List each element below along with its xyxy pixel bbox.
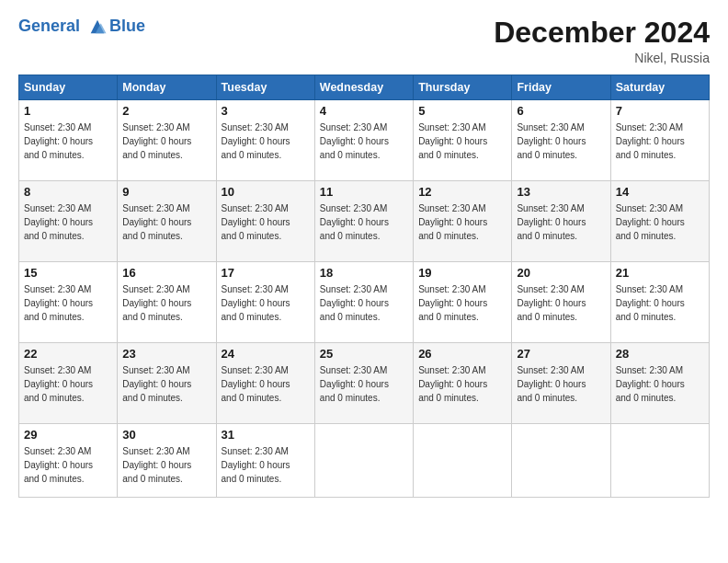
day-number: 6 [517, 104, 605, 118]
day-number: 22 [24, 347, 112, 361]
day-info: Sunset: 2:30 AMDaylight: 0 hoursand 0 mi… [222, 444, 310, 486]
calendar-cell: 20Sunset: 2:30 AMDaylight: 0 hoursand 0 … [512, 262, 610, 343]
day-number: 12 [418, 185, 506, 199]
day-number: 13 [517, 185, 605, 199]
day-number: 3 [222, 104, 310, 118]
calendar-table: Sunday Monday Tuesday Wednesday Thursday… [18, 75, 710, 498]
day-info: Sunset: 2:30 AMDaylight: 0 hoursand 0 mi… [24, 282, 112, 324]
day-number: 29 [24, 428, 112, 442]
calendar-cell: 9Sunset: 2:30 AMDaylight: 0 hoursand 0 m… [118, 181, 216, 262]
calendar-cell: 1Sunset: 2:30 AMDaylight: 0 hoursand 0 m… [19, 100, 118, 181]
month-title: December 2024 [494, 17, 710, 49]
day-number: 5 [418, 104, 506, 118]
calendar-cell: 23Sunset: 2:30 AMDaylight: 0 hoursand 0 … [118, 343, 216, 424]
calendar-cell: 15Sunset: 2:30 AMDaylight: 0 hoursand 0 … [19, 262, 118, 343]
day-info: Sunset: 2:30 AMDaylight: 0 hoursand 0 mi… [222, 121, 310, 162]
calendar-cell: 29Sunset: 2:30 AMDaylight: 0 hoursand 0 … [19, 424, 118, 498]
calendar-cell [414, 424, 512, 498]
day-number: 19 [418, 266, 506, 280]
day-number: 25 [320, 347, 408, 361]
calendar-cell: 24Sunset: 2:30 AMDaylight: 0 hoursand 0 … [216, 343, 314, 424]
day-number: 15 [24, 266, 112, 280]
logo-blue: Blue [109, 17, 145, 36]
calendar-cell: 11Sunset: 2:30 AMDaylight: 0 hoursand 0 … [314, 181, 413, 262]
day-number: 17 [222, 266, 310, 280]
day-info: Sunset: 2:30 AMDaylight: 0 hoursand 0 mi… [616, 282, 704, 324]
day-number: 28 [616, 347, 704, 361]
calendar-cell: 14Sunset: 2:30 AMDaylight: 0 hoursand 0 … [610, 181, 709, 262]
calendar-cell: 18Sunset: 2:30 AMDaylight: 0 hoursand 0 … [314, 262, 413, 343]
day-number: 8 [24, 185, 112, 199]
day-number: 30 [122, 428, 210, 442]
day-info: Sunset: 2:30 AMDaylight: 0 hoursand 0 mi… [320, 201, 408, 243]
day-info: Sunset: 2:30 AMDaylight: 0 hoursand 0 mi… [122, 201, 210, 243]
day-info: Sunset: 2:30 AMDaylight: 0 hoursand 0 mi… [24, 121, 112, 162]
calendar-cell [314, 424, 413, 498]
calendar-cell: 26Sunset: 2:30 AMDaylight: 0 hoursand 0 … [414, 343, 512, 424]
col-friday: Friday [512, 75, 610, 100]
day-number: 9 [122, 185, 210, 199]
day-info: Sunset: 2:30 AMDaylight: 0 hoursand 0 mi… [418, 282, 506, 324]
day-number: 27 [517, 347, 605, 361]
day-info: Sunset: 2:30 AMDaylight: 0 hoursand 0 mi… [24, 363, 112, 405]
day-info: Sunset: 2:30 AMDaylight: 0 hoursand 0 mi… [320, 121, 408, 162]
logo-general: General [18, 17, 80, 35]
calendar-cell: 8Sunset: 2:30 AMDaylight: 0 hoursand 0 m… [19, 181, 118, 262]
calendar-cell: 30Sunset: 2:30 AMDaylight: 0 hoursand 0 … [118, 424, 216, 498]
day-info: Sunset: 2:30 AMDaylight: 0 hoursand 0 mi… [222, 363, 310, 405]
logo-icon [87, 17, 108, 37]
col-tuesday: Tuesday [216, 75, 314, 100]
day-number: 23 [122, 347, 210, 361]
title-block: December 2024 Nikel, Russia [494, 17, 710, 65]
day-number: 11 [320, 185, 408, 199]
calendar-cell: 2Sunset: 2:30 AMDaylight: 0 hoursand 0 m… [118, 100, 216, 181]
calendar-cell: 13Sunset: 2:30 AMDaylight: 0 hoursand 0 … [512, 181, 610, 262]
location: Nikel, Russia [494, 51, 710, 65]
day-info: Sunset: 2:30 AMDaylight: 0 hoursand 0 mi… [517, 201, 605, 243]
calendar-cell: 16Sunset: 2:30 AMDaylight: 0 hoursand 0 … [118, 262, 216, 343]
day-number: 10 [222, 185, 310, 199]
day-info: Sunset: 2:30 AMDaylight: 0 hoursand 0 mi… [418, 363, 506, 405]
day-number: 16 [122, 266, 210, 280]
day-info: Sunset: 2:30 AMDaylight: 0 hoursand 0 mi… [320, 282, 408, 324]
logo: General Blue [18, 17, 145, 37]
day-info: Sunset: 2:30 AMDaylight: 0 hoursand 0 mi… [616, 363, 704, 405]
calendar-cell: 19Sunset: 2:30 AMDaylight: 0 hoursand 0 … [414, 262, 512, 343]
day-number: 14 [616, 185, 704, 199]
day-number: 31 [222, 428, 310, 442]
day-info: Sunset: 2:30 AMDaylight: 0 hoursand 0 mi… [517, 282, 605, 324]
col-thursday: Thursday [414, 75, 512, 100]
calendar-cell: 12Sunset: 2:30 AMDaylight: 0 hoursand 0 … [414, 181, 512, 262]
day-number: 26 [418, 347, 506, 361]
col-wednesday: Wednesday [314, 75, 413, 100]
calendar-cell: 22Sunset: 2:30 AMDaylight: 0 hoursand 0 … [19, 343, 118, 424]
day-number: 21 [616, 266, 704, 280]
day-info: Sunset: 2:30 AMDaylight: 0 hoursand 0 mi… [517, 121, 605, 162]
calendar-cell: 4Sunset: 2:30 AMDaylight: 0 hoursand 0 m… [314, 100, 413, 181]
calendar-cell: 10Sunset: 2:30 AMDaylight: 0 hoursand 0 … [216, 181, 314, 262]
calendar-cell: 3Sunset: 2:30 AMDaylight: 0 hoursand 0 m… [216, 100, 314, 181]
calendar-cell: 25Sunset: 2:30 AMDaylight: 0 hoursand 0 … [314, 343, 413, 424]
calendar-header-row: Sunday Monday Tuesday Wednesday Thursday… [19, 75, 710, 100]
calendar-cell: 17Sunset: 2:30 AMDaylight: 0 hoursand 0 … [216, 262, 314, 343]
day-number: 2 [122, 104, 210, 118]
day-info: Sunset: 2:30 AMDaylight: 0 hoursand 0 mi… [616, 121, 704, 162]
calendar-cell: 7Sunset: 2:30 AMDaylight: 0 hoursand 0 m… [610, 100, 709, 181]
header: General Blue December 2024 Nikel, Russia [18, 17, 710, 65]
calendar-cell [610, 424, 709, 498]
page: General Blue December 2024 Nikel, Russia… [0, 0, 728, 563]
day-info: Sunset: 2:30 AMDaylight: 0 hoursand 0 mi… [616, 201, 704, 243]
day-info: Sunset: 2:30 AMDaylight: 0 hoursand 0 mi… [222, 282, 310, 324]
day-info: Sunset: 2:30 AMDaylight: 0 hoursand 0 mi… [418, 121, 506, 162]
day-number: 1 [24, 104, 112, 118]
calendar-cell: 31Sunset: 2:30 AMDaylight: 0 hoursand 0 … [216, 424, 314, 498]
day-info: Sunset: 2:30 AMDaylight: 0 hoursand 0 mi… [418, 201, 506, 243]
calendar-cell [512, 424, 610, 498]
day-info: Sunset: 2:30 AMDaylight: 0 hoursand 0 mi… [222, 201, 310, 243]
day-info: Sunset: 2:30 AMDaylight: 0 hoursand 0 mi… [122, 282, 210, 324]
col-monday: Monday [118, 75, 216, 100]
day-info: Sunset: 2:30 AMDaylight: 0 hoursand 0 mi… [122, 444, 210, 486]
col-sunday: Sunday [19, 75, 118, 100]
logo-text: General [18, 17, 108, 37]
calendar-cell: 6Sunset: 2:30 AMDaylight: 0 hoursand 0 m… [512, 100, 610, 181]
